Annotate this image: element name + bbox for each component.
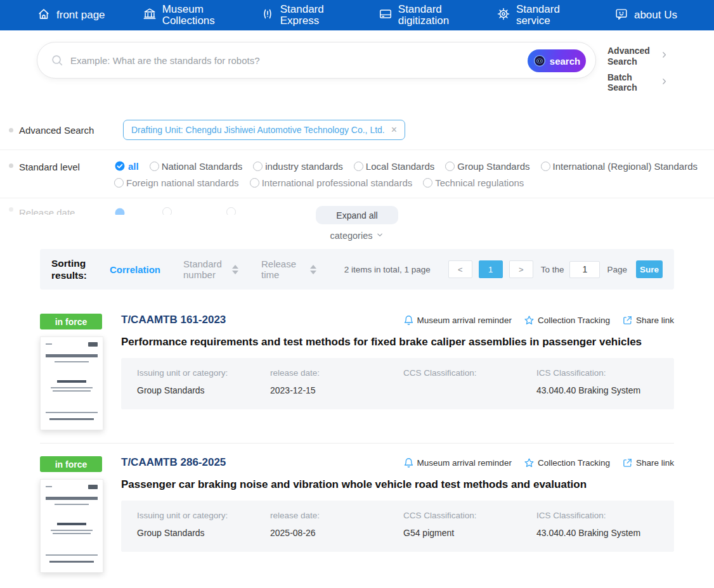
sort-label: Release time: [261, 259, 307, 281]
share-icon: [622, 457, 633, 468]
release-date-label: Release date: [19, 207, 114, 215]
radio-icon: [423, 178, 432, 188]
nav-item-museum-collections[interactable]: Museum Collections: [143, 4, 223, 27]
next-page-button[interactable]: >: [509, 260, 533, 278]
standard-level-label: Standard level: [19, 160, 114, 172]
result-item: in force T/CAAMTB 161-2023: [40, 314, 674, 430]
share-icon: [622, 315, 633, 326]
radio-icon: [253, 162, 263, 171]
status-badge: in force: [40, 456, 102, 472]
sorting-bar: Sorting results: Correlation Standard nu…: [40, 249, 674, 290]
standard-title[interactable]: Performance requirements and test method…: [121, 336, 674, 348]
radio-industry-standards[interactable]: industry standards: [253, 161, 343, 172]
standard-code-link[interactable]: T/CAAMTB 161-2023: [121, 314, 226, 326]
batch-search-link[interactable]: Batch Search: [607, 72, 668, 94]
museum-arrival-reminder-button[interactable]: Museum arrival reminder: [403, 315, 512, 326]
sure-button[interactable]: Sure: [636, 260, 663, 278]
radio-label: International professional standards: [262, 177, 413, 188]
radio-icon: [445, 162, 455, 171]
result-right-column: T/CAAMTB 286-2025 Museum arrival reminde…: [121, 456, 674, 573]
radio-technical-regulations[interactable]: Technical regulations: [423, 177, 524, 188]
radio-foreign-national-standards[interactable]: Foreign national standards: [114, 177, 239, 188]
page-label: Page: [607, 265, 627, 274]
standard-title[interactable]: Passenger car braking noise and vibratio…: [121, 478, 674, 491]
ccs-classification-label: CCS Classification:: [403, 368, 536, 378]
close-icon[interactable]: ×: [391, 125, 397, 135]
ccs-classification-value: [403, 385, 536, 396]
museum-arrival-reminder-button[interactable]: Museum arrival reminder: [403, 457, 512, 468]
standard-details-box: Issuing unit or category: Group Standard…: [121, 358, 674, 409]
collection-tracking-button[interactable]: Collection Tracking: [524, 315, 610, 326]
radio-national-standards[interactable]: National Standards: [150, 161, 243, 172]
result-item: in force T/CAAMTB 286-2025: [40, 456, 674, 573]
results-count-text: 2 items in total, 1 page: [344, 265, 431, 274]
share-link-button[interactable]: Share link: [622, 315, 674, 326]
divider: [0, 198, 714, 198]
batch-search-label: Batch Search: [607, 72, 660, 94]
bullet-icon: [9, 128, 13, 132]
radio-international-regional-standards[interactable]: International (Regional) Standards: [541, 161, 698, 172]
search-section: search Advanced Search Batch Search: [37, 42, 714, 98]
standard-details-box: Issuing unit or category: Group Standard…: [121, 501, 674, 552]
nav-label: Museum Collections: [162, 4, 223, 27]
search-button[interactable]: search: [528, 49, 586, 72]
to-the-label: To the: [541, 265, 564, 274]
advanced-search-label: Advanced Search: [607, 46, 660, 67]
search-button-label: search: [550, 56, 580, 67]
radio-label: Group Standards: [457, 161, 529, 172]
sort-arrows-icon: [310, 265, 316, 274]
collection-tracking-button[interactable]: Collection Tracking: [524, 457, 610, 468]
status-badge: in force: [40, 314, 102, 329]
radio-local-standards[interactable]: Local Standards: [354, 161, 434, 172]
nav-item-front-page[interactable]: front page: [37, 7, 105, 24]
museum-icon: [143, 7, 157, 24]
advanced-filter-row: Advanced Search Drafting Unit: Chengdu J…: [9, 120, 714, 140]
nav-item-standard-service[interactable]: Standard service: [497, 4, 577, 27]
categories-toggle[interactable]: categories: [330, 231, 384, 241]
radio-icon: [150, 162, 159, 171]
release-date-value: 2023-12-15: [270, 385, 403, 396]
result-left-column: in force: [40, 314, 105, 430]
standard-document-thumbnail[interactable]: [40, 336, 103, 430]
chevron-right-icon: [660, 77, 668, 88]
search-icon: [50, 53, 64, 67]
action-label: Share link: [636, 458, 674, 468]
standard-code-link[interactable]: T/CAAMTB 286-2025: [121, 456, 226, 469]
issuing-unit-value: Group Standards: [137, 528, 270, 539]
standard-document-thumbnail[interactable]: [40, 479, 103, 573]
sort-correlation-tab[interactable]: Correlation: [110, 264, 160, 275]
release-date-label: release date:: [270, 368, 403, 378]
gear-icon: [497, 7, 510, 24]
page-number-input[interactable]: [569, 261, 600, 278]
bullet-icon: [9, 163, 13, 168]
search-side-links: Advanced Search Batch Search: [607, 42, 668, 98]
ccs-classification-label: CCS Classification:: [403, 511, 536, 520]
chat-smiley-icon: [614, 7, 628, 24]
nav-label: Standard Express: [280, 4, 341, 27]
page-1-button[interactable]: 1: [479, 260, 503, 278]
advanced-filter-label: Advanced Search: [19, 125, 114, 136]
radio-all[interactable]: all: [114, 160, 139, 172]
star-icon: [524, 315, 535, 326]
drafting-unit-filter-tag[interactable]: Drafting Unit: Chengdu Jishiwei Automoti…: [123, 120, 405, 140]
radio-icon: [114, 178, 124, 188]
advanced-search-link[interactable]: Advanced Search: [607, 46, 668, 67]
sort-standard-number-tab[interactable]: Standard number: [183, 259, 238, 281]
expand-all-button[interactable]: Expand all: [316, 206, 398, 224]
collapsed-filters-section: Release date Expand all categories: [0, 205, 714, 246]
search-input[interactable]: [70, 55, 526, 66]
share-link-button[interactable]: Share link: [622, 457, 674, 468]
top-navigation: front page Museum Collections Standard E…: [0, 0, 714, 30]
ics-classification-label: ICS Classification:: [536, 368, 674, 378]
sort-release-time-tab[interactable]: Release time: [261, 259, 316, 281]
nav-item-standard-digitization[interactable]: Standard digitization: [379, 4, 459, 27]
ics-classification-value: 43.040.40 Braking System: [536, 385, 674, 396]
nav-item-about-us[interactable]: about Us: [614, 7, 677, 24]
prev-page-button[interactable]: <: [448, 260, 472, 278]
radio-international-professional-standards[interactable]: International professional standards: [250, 177, 413, 188]
ics-classification-label: ICS Classification:: [536, 511, 674, 520]
nav-item-standard-express[interactable]: Standard Express: [261, 4, 341, 27]
radio-group-standards[interactable]: Group Standards: [445, 161, 529, 172]
sorting-results-label: Sorting results:: [51, 257, 102, 282]
divider: [0, 150, 714, 150]
